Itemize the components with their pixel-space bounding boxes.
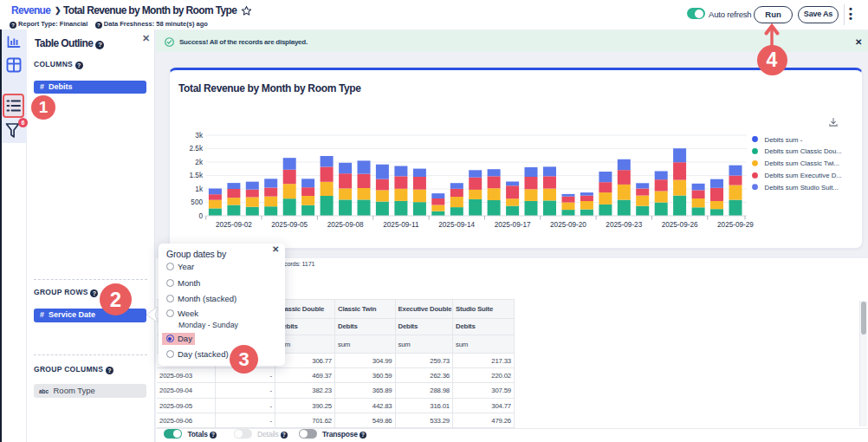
svg-text:2025-09-29: 2025-09-29 (717, 221, 754, 229)
svg-text:2025-09-05: 2025-09-05 (271, 221, 308, 229)
svg-text:1.5k: 1.5k (189, 172, 203, 179)
svg-text:Debits sum Studio Suit...: Debits sum Studio Suit... (764, 183, 838, 191)
svg-text:2025-09-23: 2025-09-23 (606, 221, 642, 229)
svg-text:Debits sum -: Debits sum - (764, 135, 802, 143)
svg-text:Debits sum Classic Dou...: Debits sum Classic Dou... (764, 147, 841, 155)
svg-text:Debits sum Executive D...: Debits sum Executive D... (764, 172, 841, 179)
svg-text:2k: 2k (195, 158, 204, 166)
svg-text:2025-09-08: 2025-09-08 (327, 221, 363, 229)
svg-text:2025-09-02: 2025-09-02 (215, 221, 251, 229)
svg-text:2025-09-26: 2025-09-26 (661, 221, 697, 229)
svg-text:0: 0 (198, 211, 203, 219)
svg-text:2025-09-14: 2025-09-14 (438, 221, 475, 229)
svg-text:2025-09-20: 2025-09-20 (550, 221, 586, 229)
svg-text:2.5k: 2.5k (189, 145, 203, 153)
svg-text:2025-09-11: 2025-09-11 (383, 221, 419, 229)
svg-text:1k: 1k (195, 185, 204, 192)
svg-text:500: 500 (191, 198, 203, 206)
svg-text:3k: 3k (195, 131, 204, 139)
svg-text:2025-09-17: 2025-09-17 (494, 221, 530, 229)
svg-text:Debits sum Classic Twi...: Debits sum Classic Twi... (764, 159, 839, 167)
